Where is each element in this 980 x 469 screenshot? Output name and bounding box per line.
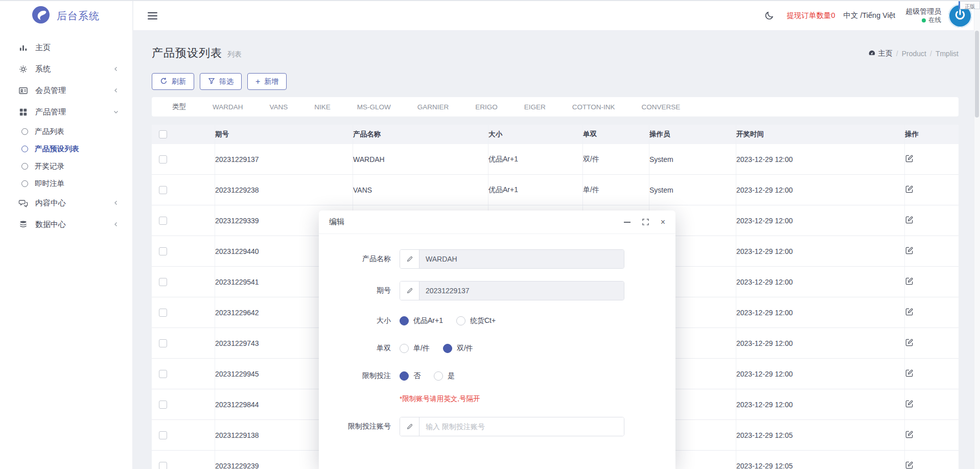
scrollbar-thumb[interactable]	[975, 31, 979, 118]
type-option-vans[interactable]: VANS	[270, 103, 288, 111]
pencil-icon	[400, 417, 419, 436]
row-checkbox[interactable]	[159, 155, 167, 163]
row-checkbox[interactable]	[159, 186, 167, 194]
edit-row-button[interactable]	[905, 216, 914, 226]
breadcrumb-product[interactable]: Product	[902, 50, 926, 58]
type-option-eiger[interactable]: EIGER	[524, 103, 546, 111]
limit-account-input[interactable]	[419, 417, 624, 436]
row-checkbox[interactable]	[159, 278, 167, 286]
row-checkbox[interactable]	[159, 370, 167, 378]
chevron-left-icon	[113, 200, 119, 206]
row-checkbox[interactable]	[159, 462, 167, 469]
fullscreen-icon[interactable]	[642, 219, 649, 225]
limit-radio-option[interactable]: 是	[434, 371, 455, 381]
edit-square-icon	[905, 338, 914, 348]
row-action-cell	[905, 451, 959, 469]
dark-mode-moon-icon[interactable]	[764, 11, 774, 20]
sidebar-item-product-list[interactable]: 产品列表	[0, 123, 132, 140]
edit-row-button[interactable]	[905, 369, 914, 379]
sidebar-item-members[interactable]: 会员管理	[0, 80, 132, 101]
edit-row-button[interactable]	[905, 461, 914, 469]
edit-square-icon	[905, 277, 914, 287]
minimize-icon[interactable]	[624, 222, 631, 223]
row-checkbox[interactable]	[159, 247, 167, 255]
row-checkbox[interactable]	[159, 217, 167, 225]
radio-selected-icon[interactable]	[400, 316, 409, 325]
edit-row-button[interactable]	[905, 185, 914, 195]
sidebar-item-label: 产品预设列表	[35, 144, 79, 154]
table-row: 20231229137WARDAH优品Ar+1双/件System2023-12-…	[152, 144, 959, 175]
size-radio-option[interactable]: 优品Ar+1	[400, 316, 443, 325]
corner-badge[interactable]: 正版	[959, 1, 980, 9]
sidebar-item-label: 产品管理	[35, 107, 66, 117]
limit-radio-group: 否是	[400, 371, 455, 381]
language-switcher[interactable]: 中文 /Tiếng Việt	[843, 11, 895, 20]
row-checkbox[interactable]	[159, 339, 167, 347]
radio-unselected-icon[interactable]	[456, 316, 465, 325]
idcard-icon	[17, 86, 29, 96]
type-option-garnier[interactable]: GARNIER	[417, 103, 449, 111]
add-button[interactable]: + 新增	[247, 73, 287, 90]
header-cell: 开奖时间	[736, 125, 905, 144]
type-option-converse[interactable]: CONVERSE	[642, 103, 681, 111]
type-option-ms-glow[interactable]: MS-GLOW	[357, 103, 391, 111]
pencil-icon	[400, 282, 419, 300]
issue-input[interactable]	[419, 282, 624, 300]
row-checkbox[interactable]	[159, 309, 167, 317]
sidebar-item-data-center[interactable]: 数据中心	[0, 214, 132, 235]
sidebar-item-home[interactable]: 主页	[0, 37, 132, 58]
sidebar-item-content-center[interactable]: 内容中心	[0, 192, 132, 214]
chevron-left-icon	[113, 221, 119, 227]
type-option-nike[interactable]: NIKE	[314, 103, 331, 111]
table-cell: 2023-12-29 12:00	[736, 144, 905, 174]
sidebar-item-instant-orders[interactable]: 即时注单	[0, 175, 132, 192]
breadcrumb-tmplist[interactable]: Tmplist	[936, 50, 959, 58]
refresh-button[interactable]: 刷新	[152, 73, 194, 90]
edit-row-button[interactable]	[905, 154, 914, 165]
row-checkbox-cell	[152, 389, 215, 419]
sidebar-item-product-preset-list[interactable]: 产品预设列表	[0, 140, 132, 157]
power-icon	[953, 8, 967, 24]
close-icon[interactable]: ×	[661, 218, 665, 226]
gear-icon	[17, 64, 29, 74]
breadcrumb-home[interactable]: 主页	[868, 49, 893, 58]
edit-row-button[interactable]	[905, 277, 914, 287]
product-name-input-group	[400, 249, 624, 269]
type-option-wardah[interactable]: WARDAH	[213, 103, 243, 111]
sidebar-item-system[interactable]: 系统	[0, 58, 132, 80]
sidebar-item-draw-records[interactable]: 开奖记录	[0, 157, 132, 175]
row-checkbox[interactable]	[159, 401, 167, 409]
parity-radio-option[interactable]: 双/件	[443, 344, 473, 353]
type-option-cotton-ink[interactable]: COTTON-INK	[572, 103, 615, 111]
withdraw-orders-notice[interactable]: 提现订单数量0	[786, 11, 835, 20]
radio-selected-icon[interactable]	[443, 344, 452, 353]
sidebar-toggle-hamburger-icon[interactable]	[148, 10, 157, 21]
app-title: 后台系统	[57, 9, 100, 23]
page-scrollbar[interactable]	[974, 1, 980, 469]
table-cell: 2023-12-29 12:00	[736, 328, 905, 358]
edit-row-button[interactable]	[905, 400, 914, 410]
type-option-erigo[interactable]: ERIGO	[475, 103, 498, 111]
header-cell: 大小	[488, 125, 583, 144]
app-logo[interactable]: 后台系统	[0, 1, 132, 31]
edit-row-button[interactable]	[905, 338, 914, 348]
table-cell: 优品Ar+1	[488, 144, 583, 174]
row-checkbox-cell	[152, 175, 215, 205]
limit-radio-option[interactable]: 否	[400, 371, 421, 381]
edit-row-button[interactable]	[905, 246, 914, 256]
product-name-input[interactable]	[419, 250, 624, 268]
edit-row-button[interactable]	[905, 430, 914, 440]
radio-unselected-icon[interactable]	[400, 344, 409, 353]
online-status-dot	[922, 18, 926, 22]
row-checkbox[interactable]	[159, 431, 167, 439]
filter-button[interactable]: 筛选	[200, 73, 242, 90]
radio-unselected-icon[interactable]	[434, 371, 443, 381]
select-all-checkbox[interactable]	[159, 130, 167, 138]
edit-row-button[interactable]	[905, 308, 914, 318]
parity-radio-option[interactable]: 单/件	[400, 344, 430, 353]
size-radio-option[interactable]: 统货Ct+	[456, 316, 496, 325]
parity-radio-group: 单/件双/件	[400, 344, 473, 353]
edit-modal: 编辑 × 产品名称 期号	[319, 210, 675, 469]
sidebar-item-products[interactable]: 产品管理	[0, 101, 132, 123]
radio-selected-icon[interactable]	[400, 371, 409, 381]
